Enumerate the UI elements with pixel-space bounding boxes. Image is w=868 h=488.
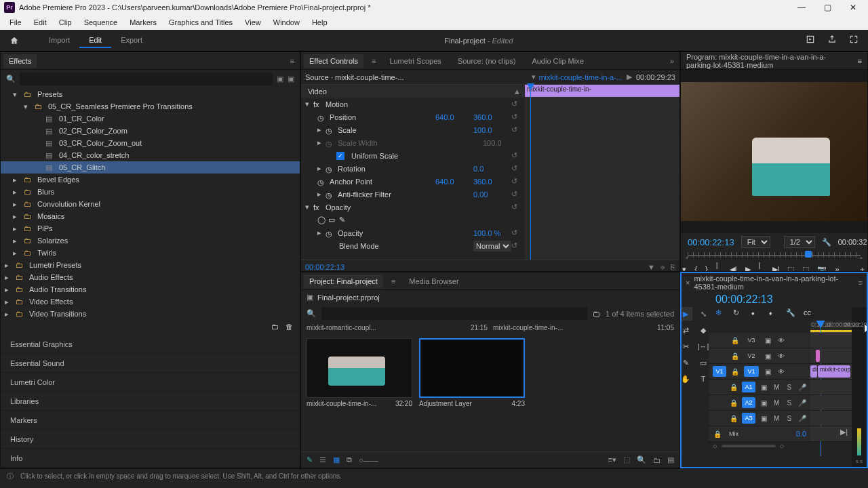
menu-graphics-and-titles[interactable]: Graphics and Titles — [163, 17, 238, 28]
program-viewer[interactable] — [681, 70, 867, 233]
fx-badge-icon[interactable]: ▣ — [288, 75, 294, 83]
selection-tool-icon[interactable]: ▶ — [680, 307, 692, 321]
panel-menu-icon[interactable]: ≡ — [369, 57, 378, 65]
track-patch[interactable]: A1 — [742, 382, 755, 392]
pen-tool-icon[interactable]: ✎ — [680, 356, 692, 369]
fit-select[interactable]: Fit — [741, 236, 770, 248]
fullscreen-icon[interactable] — [849, 35, 861, 47]
toggle-output-icon[interactable]: 👁 — [776, 368, 786, 375]
mask-pen-icon[interactable]: ✎ — [339, 216, 350, 224]
track-patch[interactable]: A2 — [742, 397, 755, 408]
panel-tab-markers[interactable]: Markers — [1, 411, 300, 430]
cc-icon[interactable]: cc — [804, 308, 814, 319]
track-patch[interactable]: V2 — [744, 350, 759, 361]
effects-folder[interactable]: ▸🗀Blurs — [1, 186, 300, 198]
track-lane[interactable]: dium.mp4mixkit-couple-time-in-a-van-in-a… — [810, 364, 852, 379]
effects-preset[interactable]: ▤01_CR_Color — [1, 113, 300, 125]
effects-preset[interactable]: ▤03_CR_Color_Zoom_out — [1, 137, 300, 149]
voiceover-icon[interactable]: 🎤 — [797, 399, 806, 407]
panel-menu-icon[interactable]: ≡ — [858, 57, 862, 65]
razor-tool-icon[interactable]: ✂ — [680, 340, 692, 353]
effects-folder[interactable]: ▸🗀Audio Transitions — [1, 283, 300, 296]
track-lane[interactable] — [810, 333, 852, 348]
zoom-slider[interactable]: ○—— — [359, 456, 378, 464]
close-sequence-icon[interactable]: × — [686, 279, 690, 287]
play-icon[interactable]: ▶ — [623, 73, 636, 81]
uniform-scale-checkbox[interactable]: ✓ — [336, 152, 344, 160]
sync-lock-icon[interactable]: ▣ — [760, 399, 768, 407]
button-editor-icon[interactable]: ＋ — [859, 263, 866, 272]
menu-sequence[interactable]: Sequence — [79, 17, 123, 28]
goto-next-icon[interactable]: ▶| — [840, 428, 848, 436]
panel-menu-icon[interactable]: ≡ — [288, 57, 297, 65]
track-patch[interactable]: A3 — [742, 413, 755, 424]
rectangle-tool-icon[interactable]: ▭ — [696, 356, 710, 369]
hand-tool-icon[interactable]: ✋ — [680, 372, 692, 386]
freeform-view-icon[interactable]: ⧉ — [347, 455, 352, 464]
home-icon[interactable] — [7, 33, 22, 48]
track-lane[interactable] — [810, 380, 852, 394]
project-item[interactable]: mixkit-couple-time-in-...11:05 — [493, 324, 674, 331]
timeline-clip[interactable]: dium.mp4 — [810, 365, 817, 378]
mute-icon[interactable]: M — [772, 384, 781, 391]
workspace-tab-export[interactable]: Export — [111, 33, 152, 48]
effects-folder[interactable]: ▸🗀Bevel Edges — [1, 174, 300, 186]
sync-lock-icon[interactable]: ▣ — [763, 352, 772, 360]
sync-lock-icon[interactable]: ▣ — [763, 337, 772, 344]
zoom-slider[interactable] — [722, 445, 776, 447]
tab-effects[interactable]: Effects — [3, 54, 37, 68]
track-lane[interactable] — [810, 411, 852, 426]
project-search-input[interactable] — [321, 307, 587, 320]
lock-icon[interactable]: 🔒 — [729, 399, 738, 407]
menu-file[interactable]: File — [4, 17, 27, 28]
track-lane[interactable] — [810, 348, 852, 363]
blend-mode-select[interactable]: Normal — [473, 241, 511, 251]
tab-audio-clip-mixe[interactable]: Audio Clip Mixe — [526, 54, 589, 68]
resolution-select[interactable]: 1/2 — [784, 236, 815, 248]
lock-icon[interactable]: 🔒 — [729, 415, 738, 422]
timeline-clip[interactable] — [816, 350, 820, 362]
ripple-tool-icon[interactable]: ⇄ — [680, 323, 692, 337]
add-marker-icon[interactable]: ▾ — [682, 263, 686, 272]
tab-source-no-clips-[interactable]: Source: (no clips) — [452, 54, 521, 68]
stopwatch-icon[interactable]: ◷ — [317, 114, 327, 121]
solo-icon[interactable]: S — [785, 399, 794, 407]
settings-icon[interactable]: ⬧ — [768, 308, 779, 319]
reset-icon[interactable]: ↺ — [511, 100, 521, 108]
ec-footer-timecode[interactable]: 00:00:22:13 — [305, 263, 344, 271]
wrench-icon[interactable]: 🔧 — [786, 308, 797, 319]
lift-icon[interactable]: ⬚ — [787, 263, 794, 272]
zoom-out-icon[interactable]: ○ — [713, 442, 717, 450]
solo-icon[interactable]: S — [785, 384, 794, 391]
mute-icon[interactable]: M — [772, 399, 781, 407]
position-y[interactable]: 360.0 — [473, 113, 511, 121]
menu-view[interactable]: View — [239, 17, 267, 28]
maximize-button[interactable]: ▢ — [819, 3, 835, 12]
lock-icon[interactable]: 🔒 — [713, 430, 722, 438]
effects-folder[interactable]: ▸🗀Convolution Kernel — [1, 198, 300, 210]
effects-folder[interactable]: ▸🗀Twirls — [1, 247, 300, 259]
effects-folder[interactable]: ▸🗀Lumetri Presets — [1, 259, 300, 271]
mask-rect-icon[interactable]: ▭ — [328, 216, 339, 224]
effects-folder[interactable]: ▸🗀PiPs — [1, 222, 300, 235]
automate-icon[interactable]: ⬚ — [623, 455, 630, 464]
linked-selection-icon[interactable]: ↻ — [733, 308, 744, 319]
menu-edit[interactable]: Edit — [28, 17, 52, 28]
menu-markers[interactable]: Markers — [124, 17, 162, 28]
delete-icon[interactable]: 🗑 — [285, 323, 293, 331]
new-item-icon[interactable]: ▤ — [667, 455, 674, 464]
lock-icon[interactable]: 🔒 — [730, 352, 740, 360]
timeline-clip[interactable]: mixkit-couple-time-in-a-van-in-a-parking… — [818, 365, 850, 378]
minimize-button[interactable]: — — [793, 3, 810, 12]
voiceover-icon[interactable]: 🎤 — [797, 384, 806, 391]
effects-preset[interactable]: ▤02_CR_Color_Zoom — [1, 125, 300, 137]
scale-value[interactable]: 100.0 — [473, 126, 511, 134]
menu-window[interactable]: Window — [268, 17, 305, 28]
play-icon[interactable]: ▶ — [745, 263, 751, 272]
share-icon[interactable] — [827, 35, 840, 47]
export-frame-icon[interactable]: 📷 — [817, 263, 827, 272]
panel-tab-history[interactable]: History — [1, 430, 300, 449]
goto-in-icon[interactable]: |◀ — [716, 263, 722, 272]
effects-folder[interactable]: ▸🗀Audio Effects — [1, 271, 300, 283]
panel-tab-info[interactable]: Info — [1, 449, 300, 468]
